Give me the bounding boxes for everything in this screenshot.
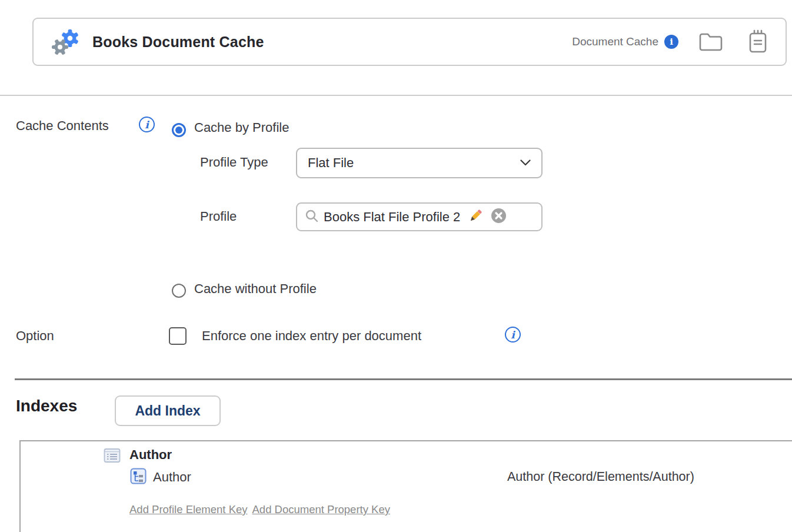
component-title: Books Document Cache [92, 19, 264, 65]
component-type-info-icon[interactable]: i [664, 35, 678, 49]
cache-without-profile-label[interactable]: Cache without Profile [194, 281, 317, 297]
section-divider-indexes [15, 378, 792, 380]
enforce-one-index-checkbox[interactable] [169, 327, 187, 345]
index-links-row: Add Profile Element Key Add Document Pro… [129, 503, 390, 516]
enforce-one-index-info-icon[interactable]: i [505, 327, 521, 343]
cache-contents-label: Cache Contents [16, 118, 109, 134]
profile-type-label: Profile Type [200, 155, 268, 170]
index-element-name[interactable]: Author [153, 470, 191, 485]
enforce-one-index-label[interactable]: Enforce one index entry per document [202, 328, 421, 344]
clear-icon[interactable] [491, 208, 507, 226]
profile-label: Profile [200, 209, 237, 224]
notes-icon[interactable] [748, 29, 768, 54]
folder-icon[interactable] [698, 31, 723, 52]
option-label: Option [16, 328, 54, 344]
gears-icon [49, 25, 82, 62]
index-name[interactable]: Author [129, 447, 172, 463]
component-type-label: Document Cache [572, 35, 658, 48]
cache-without-profile-radio[interactable] [172, 284, 186, 298]
indexes-heading: Indexes [16, 397, 77, 415]
profile-search-field[interactable]: Books Flat File Profile 2 [296, 202, 543, 231]
cache-by-profile-radio[interactable] [172, 123, 186, 137]
index-element-path: Author (Record/Elements/Author) [507, 470, 694, 484]
component-header-card: Books Document Cache Document Cache i [32, 18, 787, 66]
profile-value: Books Flat File Profile 2 [324, 210, 460, 225]
document-cache-screen: Books Document Cache Document Cache i [0, 0, 792, 532]
index-list-icon [104, 448, 121, 466]
section-divider-top [0, 95, 792, 96]
add-profile-element-key-link[interactable]: Add Profile Element Key [129, 503, 248, 516]
pencil-icon[interactable] [467, 208, 484, 227]
profile-tree-icon [130, 468, 147, 487]
cache-by-profile-label[interactable]: Cache by Profile [194, 120, 289, 135]
add-document-property-key-link[interactable]: Add Document Property Key [252, 503, 390, 516]
header-right-cluster: Document Cache i [572, 19, 768, 65]
cache-contents-info-icon[interactable]: i [139, 117, 155, 132]
add-index-button[interactable]: Add Index [115, 395, 221, 426]
profile-type-value: Flat File [308, 155, 520, 171]
chevron-down-icon [520, 158, 531, 168]
profile-type-select[interactable]: Flat File [296, 148, 543, 178]
index-card: Author Author Author (Record/Elements/Au… [19, 440, 792, 532]
search-icon [305, 209, 319, 225]
